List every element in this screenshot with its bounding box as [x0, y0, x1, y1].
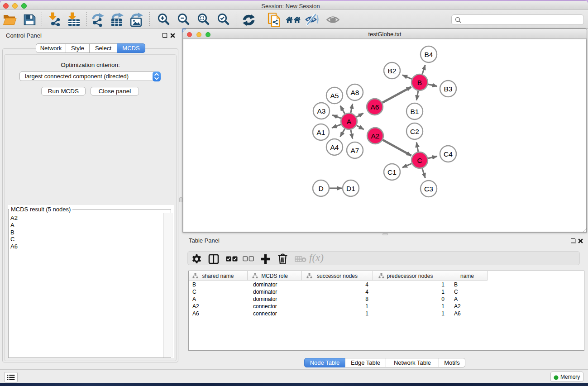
svg-text:C4: C4: [444, 150, 453, 158]
svg-text:A8: A8: [351, 89, 359, 96]
svg-text:B3: B3: [444, 85, 453, 93]
svg-text:B1: B1: [411, 108, 419, 115]
svg-text:C3: C3: [424, 185, 433, 193]
svg-text:A3: A3: [317, 107, 326, 115]
svg-text:C1: C1: [387, 168, 397, 176]
svg-text:C2: C2: [410, 128, 419, 135]
svg-text:D1: D1: [346, 185, 355, 192]
svg-text:A4: A4: [330, 143, 339, 151]
svg-text:A1: A1: [317, 129, 325, 136]
svg-text:D: D: [318, 185, 323, 192]
svg-text:B2: B2: [388, 67, 397, 75]
svg-text:A6: A6: [371, 103, 379, 111]
svg-text:A2: A2: [371, 132, 380, 140]
svg-text:A: A: [347, 118, 352, 125]
svg-text:B: B: [417, 79, 422, 86]
svg-text:A7: A7: [351, 147, 359, 154]
svg-text:B4: B4: [425, 51, 433, 58]
svg-text:A5: A5: [330, 92, 339, 100]
svg-text:C: C: [417, 157, 422, 164]
